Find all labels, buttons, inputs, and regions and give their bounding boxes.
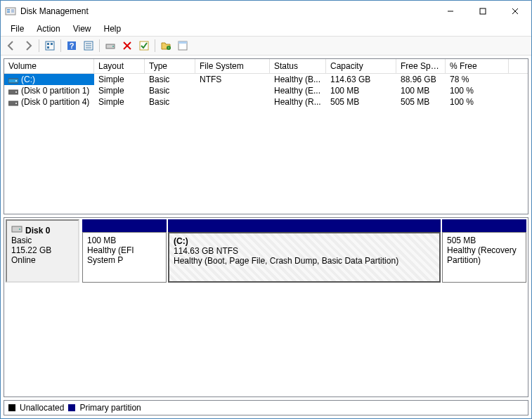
toolbar-separator xyxy=(99,39,100,52)
cell: Simple xyxy=(94,85,145,96)
legend: Unallocated Primary partition xyxy=(4,400,528,415)
partition-block[interactable]: 505 MBHealthy (Recovery Partition) xyxy=(442,219,526,283)
col-capacity[interactable]: Capacity xyxy=(326,59,396,73)
menu-help[interactable]: Help xyxy=(98,22,127,35)
cell: 505 MB xyxy=(326,96,396,108)
primary-swatch xyxy=(68,404,75,411)
cell: Basic xyxy=(145,96,195,108)
partition-status: Healthy (Boot, Page File, Crash Dump, Ba… xyxy=(174,256,398,266)
svg-rect-3 xyxy=(11,9,14,13)
volume-list-header: Volume Layout Type File System Status Ca… xyxy=(4,59,528,74)
col-free[interactable]: Free Spa... xyxy=(396,59,446,73)
help-button[interactable]: ? xyxy=(64,38,79,53)
cell: Healthy (R... xyxy=(270,96,326,108)
cell xyxy=(195,85,270,96)
window-title: Disk Management xyxy=(20,6,434,16)
cell: Basic xyxy=(145,74,195,85)
svg-text:?: ? xyxy=(70,41,74,50)
svg-point-28 xyxy=(15,80,17,82)
unallocated-swatch xyxy=(8,404,15,411)
col-type[interactable]: Type xyxy=(145,59,195,73)
volume-list[interactable]: Volume Layout Type File System Status Ca… xyxy=(4,58,528,214)
partition-body: (C:)114.63 GB NTFSHealthy (Boot, Page Fi… xyxy=(168,232,441,283)
table-row[interactable]: (C:)SimpleBasicNTFSHealthy (B...114.63 G… xyxy=(4,74,528,85)
content-area: Volume Layout Type File System Status Ca… xyxy=(1,56,531,418)
minimize-button[interactable] xyxy=(434,1,467,22)
partition-title: (C:) xyxy=(174,236,188,246)
titlebar: Disk Management xyxy=(1,1,531,22)
cell: (C:) xyxy=(4,74,94,85)
toolbar: ? ↑ xyxy=(1,36,531,56)
toolbar-separator xyxy=(39,39,39,52)
cell: 505 MB xyxy=(396,96,446,108)
cell xyxy=(195,96,270,108)
partition-header-bar xyxy=(442,219,526,232)
col-status[interactable]: Status xyxy=(270,59,326,73)
disk-label[interactable]: Disk 0 Basic 115.22 GB Online xyxy=(6,219,79,283)
cell: 100 MB xyxy=(326,85,396,96)
folder-button[interactable]: ↑ xyxy=(158,38,174,53)
col-filesystem[interactable]: File System xyxy=(195,59,270,73)
partition-body: 505 MBHealthy (Recovery Partition) xyxy=(442,232,526,283)
disk-graphic-pane: Disk 0 Basic 115.22 GB Online 100 MBHeal… xyxy=(4,217,528,397)
partition-size: 100 MB xyxy=(87,236,116,245)
maximize-button[interactable] xyxy=(467,1,499,22)
svg-rect-9 xyxy=(47,43,49,45)
toolbar-separator xyxy=(60,39,61,52)
partition-header-bar xyxy=(82,219,167,232)
cell: 100 % xyxy=(446,96,509,108)
table-row[interactable]: (Disk 0 partition 4)SimpleBasicHealthy (… xyxy=(4,96,528,108)
legend-unallocated: Unallocated xyxy=(20,403,64,413)
settings-button[interactable] xyxy=(42,38,58,53)
cell: (Disk 0 partition 4) xyxy=(4,96,94,108)
disk-partitions: 100 MBHealthy (EFI System P(C:)114.63 GB… xyxy=(82,219,526,283)
window-controls xyxy=(434,1,531,22)
partition-size: 505 MB xyxy=(447,236,476,245)
svg-rect-8 xyxy=(46,41,54,50)
forward-button[interactable] xyxy=(20,38,36,53)
partition-body: 100 MBHealthy (EFI System P xyxy=(82,232,167,283)
drive-icon xyxy=(8,99,18,106)
partition-size: 114.63 GB NTFS xyxy=(174,246,238,256)
properties-button[interactable] xyxy=(175,38,190,53)
partition-status: Healthy (EFI System P xyxy=(87,245,134,265)
drive-button[interactable] xyxy=(103,38,118,53)
svg-point-19 xyxy=(112,46,114,47)
disk-name: Disk 0 xyxy=(25,226,50,236)
drive-icon xyxy=(8,88,18,95)
menu-view[interactable]: View xyxy=(67,22,97,35)
svg-rect-1 xyxy=(7,9,10,11)
col-pfree[interactable]: % Free xyxy=(446,59,509,73)
delete-button[interactable] xyxy=(119,38,135,53)
menu-action[interactable]: Action xyxy=(31,22,65,35)
svg-point-32 xyxy=(15,103,17,104)
partition-block[interactable]: (C:)114.63 GB NTFSHealthy (Boot, Page Fi… xyxy=(168,219,441,283)
svg-text:↑: ↑ xyxy=(168,46,170,50)
svg-rect-26 xyxy=(179,41,187,44)
disk-icon xyxy=(11,225,22,236)
check-button[interactable] xyxy=(136,38,152,53)
list-button[interactable] xyxy=(81,38,96,53)
window: Disk Management File Action View Help ? … xyxy=(0,0,532,419)
cell: 100 MB xyxy=(396,85,446,96)
back-button[interactable] xyxy=(4,38,19,53)
col-volume[interactable]: Volume xyxy=(4,59,94,73)
cell: 88.96 GB xyxy=(396,74,446,85)
partition-block[interactable]: 100 MBHealthy (EFI System P xyxy=(82,219,167,283)
cell: Basic xyxy=(145,85,195,96)
disk-size: 115.22 GB xyxy=(11,245,74,255)
svg-rect-5 xyxy=(480,8,486,14)
cell: NTFS xyxy=(195,74,270,85)
svg-point-34 xyxy=(19,228,20,230)
app-icon xyxy=(5,6,16,17)
menu-file[interactable]: File xyxy=(5,22,30,35)
cell: Simple xyxy=(94,96,145,108)
table-row[interactable]: (Disk 0 partition 1)SimpleBasicHealthy (… xyxy=(4,85,528,96)
svg-rect-11 xyxy=(47,46,49,49)
close-button[interactable] xyxy=(499,1,531,22)
disk-state: Online xyxy=(11,255,74,265)
cell: Simple xyxy=(94,74,145,85)
svg-point-30 xyxy=(15,91,17,93)
drive-icon xyxy=(8,77,18,84)
col-layout[interactable]: Layout xyxy=(94,59,145,73)
